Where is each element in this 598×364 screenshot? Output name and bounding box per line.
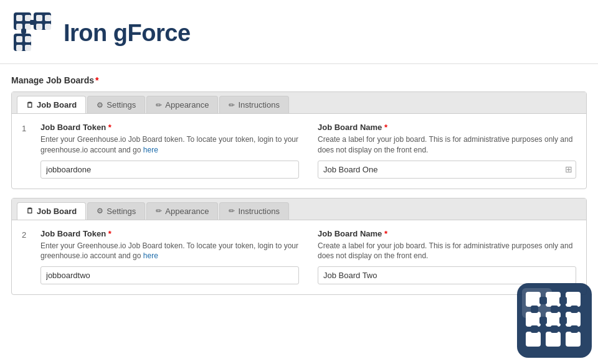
tab-settings-1[interactable]: ⚙ Settings bbox=[87, 96, 145, 113]
tab-appearance-2[interactable]: ✏ Appearance bbox=[146, 202, 218, 220]
svg-rect-30 bbox=[539, 317, 547, 324]
svg-rect-14 bbox=[25, 45, 31, 51]
token-link-1[interactable]: here bbox=[143, 146, 158, 154]
appearance-tab-icon-2: ✏ bbox=[156, 207, 162, 215]
svg-rect-29 bbox=[559, 297, 567, 304]
svg-rect-27 bbox=[566, 332, 581, 347]
name-label-2: Job Board Name * bbox=[318, 229, 576, 238]
tab-jobboard-1[interactable]: 🗒 Job Board bbox=[17, 96, 86, 113]
svg-rect-35 bbox=[531, 325, 538, 333]
name-input-1[interactable] bbox=[318, 161, 576, 179]
token-field-group-1: Job Board Token * Enter your Greenhouse.… bbox=[40, 123, 299, 179]
svg-rect-28 bbox=[539, 297, 547, 304]
header: Iron gForce bbox=[0, 0, 598, 64]
card-body-2: 2 Job Board Token * Enter your Greenhous… bbox=[12, 220, 586, 295]
token-link-2[interactable]: here bbox=[143, 251, 158, 260]
required-star: * bbox=[95, 75, 98, 85]
appearance-tab-icon-1: ✏ bbox=[156, 101, 162, 110]
svg-rect-20 bbox=[546, 292, 561, 307]
svg-rect-4 bbox=[25, 24, 31, 30]
logo-text: Iron gForce bbox=[64, 20, 191, 47]
token-desc-2: Enter your Greenhouse.io Job Board token… bbox=[40, 241, 299, 262]
logo-icon bbox=[12, 11, 56, 55]
svg-rect-8 bbox=[36, 24, 42, 30]
token-label-2: Job Board Token * bbox=[40, 229, 299, 238]
name-input-2[interactable] bbox=[318, 266, 576, 284]
name-field-group-1: Job Board Name * Create a label for your… bbox=[318, 123, 576, 179]
tab-appearance-1[interactable]: ✏ Appearance bbox=[146, 96, 218, 113]
instructions-tab-icon-2: ✏ bbox=[229, 207, 235, 215]
name-desc-2: Create a label for your job board. This … bbox=[318, 241, 576, 262]
section-title: Manage Job Boards* bbox=[11, 75, 587, 85]
tab-instructions-2[interactable]: ✏ Instructions bbox=[219, 202, 288, 220]
settings-tab-icon-2: ⚙ bbox=[97, 207, 103, 215]
watermark-logo bbox=[517, 283, 592, 358]
name-desc-1: Create a label for your job board. This … bbox=[318, 134, 576, 156]
svg-rect-36 bbox=[551, 325, 558, 333]
fields-row-1: Job Board Token * Enter your Greenhouse.… bbox=[40, 123, 576, 179]
tab-settings-2[interactable]: ⚙ Settings bbox=[87, 202, 145, 220]
fields-row-2: Job Board Token * Enter your Greenhouse.… bbox=[40, 229, 576, 285]
jobboard-tab-icon-1: 🗒 bbox=[26, 101, 34, 110]
tab-instructions-1[interactable]: ✏ Instructions bbox=[219, 96, 288, 113]
main-content: Manage Job Boards* 🗒 Job Board ⚙ Setting… bbox=[0, 64, 598, 315]
row-number-1: 1 bbox=[22, 123, 34, 179]
cards-section: 🗒 Job Board ⚙ Settings ✏ Appearance ✏ In… bbox=[11, 91, 587, 295]
token-field-group-2: Job Board Token * Enter your Greenhouse.… bbox=[40, 229, 299, 285]
svg-rect-19 bbox=[526, 292, 541, 307]
svg-rect-6 bbox=[36, 15, 42, 21]
svg-rect-15 bbox=[30, 20, 35, 25]
jobboard-tab-icon-2: 🗒 bbox=[26, 207, 34, 215]
name-label-1: Job Board Name * bbox=[318, 123, 576, 132]
row-number-2: 2 bbox=[22, 229, 34, 285]
expand-icon-1: ⊞ bbox=[565, 164, 572, 174]
svg-rect-11 bbox=[16, 36, 22, 42]
svg-rect-37 bbox=[571, 325, 578, 333]
svg-rect-2 bbox=[25, 15, 31, 21]
instructions-tab-icon-1: ✏ bbox=[229, 101, 235, 110]
tabs-row-2: 🗒 Job Board ⚙ Settings ✏ Appearance ✏ In… bbox=[12, 198, 586, 220]
svg-rect-33 bbox=[551, 306, 558, 313]
job-board-card-2: 🗒 Job Board ⚙ Settings ✏ Appearance ✏ In… bbox=[11, 198, 587, 296]
job-board-card-1: 🗒 Job Board ⚙ Settings ✏ Appearance ✏ In… bbox=[11, 91, 587, 189]
token-desc-1: Enter your Greenhouse.io Job Board token… bbox=[40, 134, 299, 156]
token-label-1: Job Board Token * bbox=[40, 123, 299, 132]
svg-rect-1 bbox=[16, 15, 22, 21]
svg-rect-32 bbox=[531, 306, 538, 313]
svg-rect-22 bbox=[526, 312, 541, 327]
svg-rect-3 bbox=[16, 24, 22, 30]
token-input-1[interactable] bbox=[40, 161, 299, 179]
token-input-2[interactable] bbox=[40, 266, 299, 284]
svg-rect-26 bbox=[546, 332, 561, 347]
settings-tab-icon-1: ⚙ bbox=[97, 101, 103, 110]
tabs-row-1: 🗒 Job Board ⚙ Settings ✏ Appearance ✏ In… bbox=[12, 92, 586, 114]
page-wrapper: Iron gForce Manage Job Boards* 🗒 Job Boa… bbox=[0, 0, 598, 364]
svg-rect-25 bbox=[526, 332, 541, 347]
svg-rect-16 bbox=[21, 29, 26, 34]
name-input-wrapper-1: ⊞ bbox=[318, 161, 576, 179]
svg-rect-13 bbox=[16, 45, 22, 51]
svg-rect-12 bbox=[25, 36, 31, 42]
svg-rect-23 bbox=[546, 312, 561, 327]
name-field-group-2: Job Board Name * Create a label for your… bbox=[318, 229, 576, 285]
logo-container: Iron gForce bbox=[12, 11, 191, 55]
svg-rect-21 bbox=[566, 292, 581, 307]
name-input-wrapper-2 bbox=[318, 266, 576, 284]
tab-jobboard-2[interactable]: 🗒 Job Board bbox=[17, 202, 86, 220]
svg-rect-34 bbox=[571, 306, 578, 313]
svg-rect-7 bbox=[45, 15, 51, 21]
svg-rect-31 bbox=[559, 317, 567, 324]
svg-rect-24 bbox=[566, 312, 581, 327]
svg-rect-9 bbox=[45, 24, 51, 30]
card-body-1: 1 Job Board Token * Enter your Greenhous… bbox=[12, 114, 586, 189]
